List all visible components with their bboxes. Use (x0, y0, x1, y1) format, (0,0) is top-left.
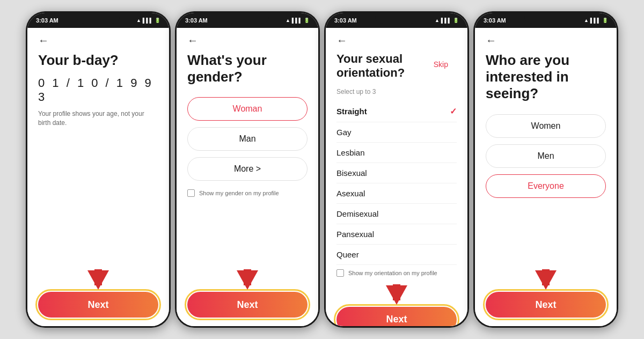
status-icons-2: ▲ ▌▌▌ 🔋 (286, 18, 310, 23)
next-button-4[interactable]: Next (486, 292, 606, 318)
phone-interest: 3:03 AM ▲ ▌▌▌ 🔋 ← Who are you interested… (473, 11, 618, 328)
wifi-icon-3: ▲ (435, 18, 440, 23)
gender-option-more[interactable]: More > (187, 157, 308, 181)
arrow-3 (386, 284, 407, 304)
gender-options: Woman Man More > (187, 97, 308, 181)
orientation-pansexual-label: Pansexual (336, 230, 374, 239)
next-button-3[interactable]: Next (336, 307, 457, 326)
orientation-checkbox[interactable] (336, 269, 344, 277)
gender-checkbox-label: Show my gender on my profile (199, 190, 279, 196)
status-time-1: 3:03 AM (36, 17, 58, 24)
signal-icon-4: ▌▌▌ (590, 18, 601, 23)
interest-title: Who are you interested in seeing? (486, 52, 606, 102)
orientation-gay-label: Gay (336, 128, 352, 137)
phone-gender: 3:03 AM ▲ ▌▌▌ 🔋 ← What's your gender? Wo… (175, 11, 320, 328)
orientation-bisexual[interactable]: Bisexual (336, 163, 457, 183)
orientation-queer-label: Queer (336, 250, 359, 259)
arrow-head-4 (535, 270, 557, 290)
gender-option-man[interactable]: Man (187, 127, 308, 151)
back-button-1[interactable]: ← (38, 34, 54, 47)
gender-checkbox[interactable] (187, 189, 195, 197)
interest-option-everyone[interactable]: Everyone (486, 174, 606, 198)
orientation-queer[interactable]: Queer (336, 245, 457, 265)
gender-option-woman[interactable]: Woman (187, 97, 308, 121)
gender-checkbox-row: Show my gender on my profile (187, 189, 308, 197)
bottom-area-4: Next (486, 266, 606, 318)
orientation-bisexual-label: Bisexual (336, 168, 367, 178)
interest-option-men[interactable]: Men (486, 144, 606, 168)
orientation-straight[interactable]: Straight ✓ (336, 101, 457, 122)
arrow-1 (87, 269, 109, 289)
interest-option-women[interactable]: Women (486, 114, 606, 138)
status-time-2: 3:03 AM (185, 17, 208, 24)
phone-birthday: 3:03 AM ▲ ▌▌▌ 🔋 ← Your b-day? 0 1 / 1 0 … (26, 11, 171, 328)
notch-3 (375, 13, 418, 24)
orientation-lesbian[interactable]: Lesbian (336, 143, 457, 163)
orientation-list: Straight ✓ Gay Lesbian Bisexual Asexual (336, 101, 457, 265)
orientation-demisexual-label: Demisexual (336, 209, 378, 218)
orientation-asexual[interactable]: Asexual (336, 183, 457, 204)
orientation-lesbian-label: Lesbian (336, 148, 365, 157)
status-icons-1: ▲ ▌▌▌ 🔋 (136, 18, 160, 23)
status-icons-4: ▲ ▌▌▌ 🔋 (584, 18, 608, 23)
signal-icon-2: ▌▌▌ (292, 18, 302, 23)
birthday-display: 0 1 / 1 0 / 1 9 9 3 (38, 76, 158, 104)
screen-3-content: ← Skip Your sexual orientation? Select u… (326, 28, 467, 326)
orientation-gay[interactable]: Gay (336, 122, 457, 143)
status-time-4: 3:03 AM (484, 17, 506, 24)
interest-options: Women Men Everyone (486, 114, 606, 198)
check-straight: ✓ (450, 106, 457, 116)
orientation-pansexual[interactable]: Pansexual (336, 224, 457, 245)
orientation-header: ← Skip (336, 34, 457, 52)
arrow-2 (237, 269, 258, 289)
back-button-2[interactable]: ← (187, 34, 203, 47)
notch-4 (524, 13, 567, 24)
screen-4-content: ← Who are you interested in seeing? Wome… (475, 28, 617, 326)
battery-icon-4: 🔋 (602, 18, 608, 23)
notch-2 (226, 13, 269, 24)
notch (77, 13, 120, 24)
next-button-1[interactable]: Next (38, 292, 158, 318)
phone-orientation: 3:03 AM ▲ ▌▌▌ 🔋 ← Skip Your sexual orien… (324, 11, 469, 328)
arrow-head-3 (386, 285, 407, 305)
orientation-checkbox-label: Show my orientation on my profile (348, 270, 437, 276)
status-time-3: 3:03 AM (334, 17, 357, 24)
screen-1-content: ← Your b-day? 0 1 / 1 0 / 1 9 9 3 Your p… (27, 28, 169, 326)
orientation-straight-label: Straight (336, 107, 367, 116)
battery-icon-3: 🔋 (453, 18, 459, 23)
orientation-demisexual[interactable]: Demisexual (336, 204, 457, 224)
wifi-icon-2: ▲ (286, 18, 290, 23)
skip-link[interactable]: Skip (434, 60, 448, 69)
bottom-area-2: Next (187, 266, 308, 318)
birthday-note: Your profile shows your age, not your bi… (38, 109, 158, 128)
gender-title: What's your gender? (187, 52, 308, 85)
signal-icon: ▌▌▌ (143, 18, 153, 23)
signal-icon-3: ▌▌▌ (441, 18, 451, 23)
birthday-title: Your b-day? (38, 52, 158, 69)
arrow-4 (535, 269, 557, 289)
arrow-head-2 (237, 270, 258, 290)
orientation-checkbox-row: Show my orientation on my profile (336, 269, 457, 277)
battery-icon-2: 🔋 (304, 18, 310, 23)
back-button-3[interactable]: ← (336, 34, 353, 47)
next-button-2[interactable]: Next (187, 292, 308, 318)
bottom-area-3: Next (336, 281, 457, 326)
status-icons-3: ▲ ▌▌▌ 🔋 (435, 18, 459, 23)
bottom-area-1: Next (38, 266, 158, 318)
orientation-asexual-label: Asexual (336, 189, 365, 198)
select-hint: Select up to 3 (336, 88, 457, 95)
arrow-head-1 (87, 270, 109, 290)
phones-container: 3:03 AM ▲ ▌▌▌ 🔋 ← Your b-day? 0 1 / 1 0 … (21, 7, 623, 332)
battery-icon: 🔋 (155, 18, 160, 23)
back-button-4[interactable]: ← (486, 34, 502, 47)
screen-2-content: ← What's your gender? Woman Man More > S… (177, 28, 318, 326)
wifi-icon: ▲ (136, 18, 141, 23)
wifi-icon-4: ▲ (584, 18, 589, 23)
